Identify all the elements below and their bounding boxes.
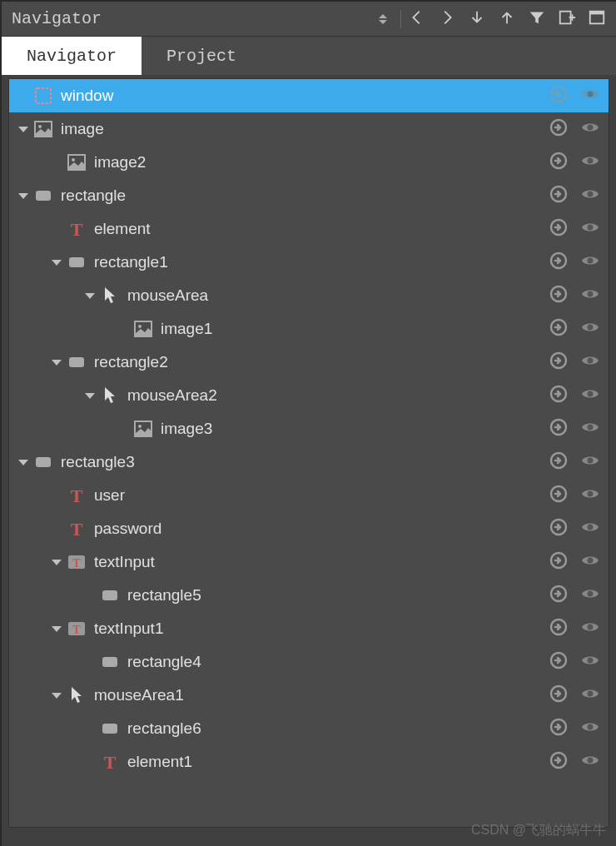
visibility-icon[interactable] — [580, 650, 600, 674]
export-icon[interactable] — [549, 184, 569, 207]
export-icon[interactable] — [549, 750, 569, 774]
tree-item-label: element1 — [127, 753, 549, 771]
row-actions — [549, 251, 600, 274]
visibility-icon[interactable] — [580, 717, 600, 740]
tree-row[interactable]: rectangle2 — [9, 346, 609, 379]
export-icon[interactable] — [549, 717, 569, 740]
tree-row[interactable]: rectangle6 — [9, 712, 609, 745]
tab-navigator[interactable]: Navigator — [2, 37, 142, 75]
tree-row[interactable]: password — [9, 512, 609, 545]
rect-icon — [99, 585, 121, 606]
tree-row[interactable]: rectangle — [9, 179, 609, 212]
tree-row[interactable]: image1 — [9, 312, 609, 346]
tree-row[interactable]: window — [9, 79, 609, 112]
panel-dropdown-icon[interactable] — [377, 13, 389, 25]
export-icon[interactable] — [549, 84, 569, 107]
tree-row[interactable]: textInput1 — [9, 612, 609, 645]
visibility-icon[interactable] — [580, 417, 600, 440]
expand-arrow-icon[interactable] — [16, 455, 31, 470]
visibility-icon[interactable] — [580, 684, 600, 707]
row-actions — [549, 617, 600, 640]
export-icon[interactable] — [549, 517, 569, 540]
visibility-icon[interactable] — [580, 484, 600, 507]
visibility-icon[interactable] — [580, 517, 600, 540]
tree-item-label: image1 — [161, 320, 549, 338]
row-actions — [549, 517, 600, 540]
back-icon[interactable] — [408, 8, 426, 30]
export-icon[interactable] — [549, 351, 569, 374]
visibility-icon[interactable] — [580, 184, 600, 207]
tree-row[interactable]: element1 — [9, 745, 609, 779]
export-icon[interactable] — [549, 117, 569, 141]
visibility-icon[interactable] — [580, 284, 600, 307]
tree-item-label: rectangle3 — [61, 453, 549, 471]
down-icon[interactable] — [468, 8, 486, 30]
tree-row[interactable]: rectangle4 — [9, 645, 609, 679]
tree-item-label: mouseArea2 — [127, 386, 549, 405]
filter-icon[interactable] — [528, 8, 546, 30]
tree-row[interactable]: rectangle5 — [9, 579, 609, 612]
tree-row[interactable]: mouseArea2 — [9, 379, 609, 412]
expand-arrow-icon[interactable] — [49, 621, 64, 636]
export-icon[interactable] — [549, 284, 569, 307]
export-icon[interactable] — [549, 251, 569, 274]
export-icon[interactable] — [549, 217, 569, 241]
visibility-icon[interactable] — [580, 251, 600, 274]
visibility-icon[interactable] — [580, 750, 600, 774]
visibility-icon[interactable] — [580, 317, 600, 341]
row-actions — [549, 584, 600, 607]
export-icon[interactable] — [549, 417, 569, 440]
tree-item-label: rectangle — [61, 187, 549, 205]
export-icon[interactable] — [549, 650, 569, 674]
visibility-icon[interactable] — [580, 117, 600, 141]
visibility-icon[interactable] — [580, 151, 600, 174]
export-icon[interactable] — [549, 550, 569, 574]
expand-arrow-icon[interactable] — [49, 688, 64, 703]
visibility-icon[interactable] — [580, 584, 600, 607]
export-icon[interactable] — [549, 450, 569, 474]
navigator-tree: windowimageimage2rectangleelementrectang… — [8, 78, 609, 828]
expand-arrow-icon[interactable] — [16, 122, 31, 137]
export-icon[interactable] — [549, 151, 569, 174]
tree-row[interactable]: image — [9, 112, 609, 146]
visibility-icon[interactable] — [580, 450, 600, 474]
tree-row[interactable]: textInput — [9, 545, 609, 579]
expand-arrow-icon[interactable] — [16, 188, 31, 203]
visibility-icon[interactable] — [580, 550, 600, 574]
export-icon[interactable] — [549, 384, 569, 407]
up-icon[interactable] — [498, 8, 516, 30]
expand-arrow-icon[interactable] — [82, 388, 97, 403]
expand-arrow-icon[interactable] — [82, 288, 97, 303]
expand-arrow-icon[interactable] — [49, 355, 64, 370]
watermark: CSDN @飞驰的蜗牛牛 — [471, 822, 606, 839]
header-divider — [400, 10, 401, 28]
export-icon[interactable] — [549, 317, 569, 341]
forward-icon[interactable] — [438, 8, 456, 30]
tab-project[interactable]: Project — [142, 37, 261, 75]
row-actions — [549, 484, 600, 507]
tree-row[interactable]: image3 — [9, 412, 609, 445]
tree-row[interactable]: mouseArea — [9, 279, 609, 312]
visibility-icon[interactable] — [580, 217, 600, 241]
expand-arrow-icon[interactable] — [49, 255, 64, 270]
export-icon[interactable] — [549, 684, 569, 707]
text-icon — [99, 751, 121, 773]
tree-row[interactable]: user — [9, 479, 609, 512]
tree-row[interactable]: rectangle1 — [9, 246, 609, 279]
export-icon[interactable] — [549, 584, 569, 607]
export-icon[interactable] — [549, 484, 569, 507]
expand-arrow-icon[interactable] — [49, 555, 64, 570]
maximize-icon[interactable] — [588, 8, 606, 30]
tree-row[interactable]: image2 — [9, 146, 609, 179]
export-icon[interactable] — [549, 617, 569, 640]
visibility-icon[interactable] — [580, 617, 600, 640]
tree-row[interactable]: mouseArea1 — [9, 679, 609, 712]
visibility-icon[interactable] — [580, 351, 600, 374]
add-panel-icon[interactable] — [558, 8, 576, 30]
tree-row[interactable]: element — [9, 212, 609, 246]
row-actions — [549, 117, 600, 141]
tab-bar: Navigator Project — [2, 37, 616, 75]
tree-row[interactable]: rectangle3 — [9, 445, 609, 479]
visibility-icon[interactable] — [580, 384, 600, 407]
visibility-icon[interactable] — [580, 84, 600, 107]
